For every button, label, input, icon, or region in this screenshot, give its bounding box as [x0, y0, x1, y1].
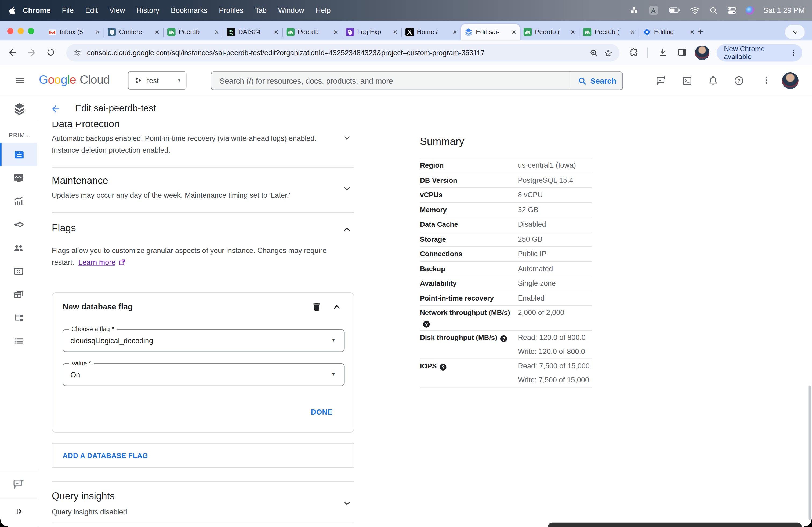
google-cloud-logo[interactable]: GoogleCloud: [39, 73, 110, 87]
close-icon[interactable]: ✕: [393, 29, 398, 35]
stage-manager-icon[interactable]: [630, 6, 639, 15]
close-icon[interactable]: ✕: [274, 29, 279, 35]
cloud-search-input[interactable]: [211, 76, 570, 85]
help-icon[interactable]: ?: [733, 75, 744, 86]
close-icon[interactable]: ✕: [511, 29, 516, 35]
collapse-panel-icon[interactable]: [13, 506, 24, 516]
zoom-icon[interactable]: [589, 48, 599, 58]
close-icon[interactable]: ✕: [95, 29, 100, 35]
cloud-shell-icon[interactable]: [682, 75, 693, 86]
account-avatar[interactable]: [782, 73, 799, 89]
sidebar-item-users[interactable]: [0, 236, 37, 259]
bookmark-star-icon[interactable]: [603, 48, 613, 58]
wifi-icon[interactable]: [690, 5, 700, 16]
reload-button[interactable]: [46, 47, 56, 57]
back-arrow-button[interactable]: [50, 104, 61, 114]
menu-edit[interactable]: Edit: [79, 6, 104, 15]
menu-tab[interactable]: Tab: [249, 6, 273, 15]
sidebar-item-query-insights[interactable]: [0, 190, 37, 213]
expand-data-protection-icon[interactable]: [342, 133, 352, 143]
sidebar-item-replicas[interactable]: [0, 306, 37, 329]
sidebar-item-connections[interactable]: [0, 213, 37, 236]
tab-home[interactable]: Home /✕: [402, 24, 461, 41]
close-icon[interactable]: ✕: [570, 29, 576, 35]
tab-inbox-5[interactable]: Inbox (5✕: [45, 24, 104, 41]
learn-more-link[interactable]: Learn more: [78, 258, 115, 266]
tab-peerdb[interactable]: Peerdb (✕: [579, 24, 639, 41]
menu-profiles[interactable]: Profiles: [213, 6, 249, 15]
site-settings-icon[interactable]: [73, 48, 82, 57]
browser-menu-icon[interactable]: [789, 48, 798, 57]
tab-edit-sai[interactable]: Edit sai-✕: [461, 24, 520, 41]
tab-confere[interactable]: Confere✕: [104, 24, 163, 41]
tab-dais24[interactable]: DAISDAIS24✕: [223, 24, 282, 41]
browser-profile-avatar[interactable]: [695, 46, 709, 60]
tab-log-exp[interactable]: Log Exp✕: [342, 24, 402, 41]
add-database-flag-button[interactable]: ADD A DATABASE FLAG: [52, 443, 354, 468]
back-button[interactable]: [7, 47, 18, 58]
close-icon[interactable]: ✕: [690, 29, 694, 35]
address-bar[interactable]: console.cloud.google.com/sql/instances/s…: [66, 44, 620, 62]
project-selector[interactable]: test ▼: [128, 71, 186, 89]
menu-history[interactable]: History: [131, 6, 165, 15]
expand-query-insights-icon[interactable]: [342, 498, 352, 508]
help-icon[interactable]: ?: [440, 364, 447, 371]
apple-icon[interactable]: [8, 5, 17, 15]
battery-icon[interactable]: [668, 4, 681, 16]
menu-file[interactable]: File: [56, 6, 79, 15]
scrollbar-thumb[interactable]: [808, 386, 811, 520]
collapse-flag-card-icon[interactable]: [332, 302, 342, 312]
tab-peerdb[interactable]: Peerdb✕: [163, 24, 222, 41]
app-icon[interactable]: [648, 4, 659, 16]
new-tab-button[interactable]: +: [698, 25, 703, 39]
notifications-bell-icon[interactable]: [707, 75, 719, 86]
sidebar-item-system-insights[interactable]: [0, 166, 37, 190]
close-icon[interactable]: ✕: [155, 29, 160, 35]
navigation-menu-icon[interactable]: [14, 75, 25, 86]
menu-help[interactable]: Help: [310, 6, 336, 15]
extensions-icon[interactable]: [628, 47, 639, 57]
sidebar-item-overview[interactable]: [0, 143, 37, 166]
siri-icon[interactable]: [746, 6, 755, 15]
choose-flag-select[interactable]: Choose a flag * cloudsql.logical_decodin…: [62, 329, 344, 352]
menu-chrome[interactable]: Chrome: [17, 6, 56, 15]
sidebar-item-backups[interactable]: [0, 283, 37, 306]
flag-value-select[interactable]: Value * On ▼: [62, 363, 344, 386]
sidebar-item-operations[interactable]: [0, 329, 37, 352]
help-icon[interactable]: ?: [423, 321, 430, 327]
close-icon[interactable]: ✕: [630, 29, 635, 35]
tab-peerdb[interactable]: Peerdb (✕: [520, 24, 579, 41]
tab-search-button[interactable]: [785, 25, 805, 40]
done-button[interactable]: DONE: [311, 408, 332, 416]
more-options-icon[interactable]: [761, 75, 772, 86]
close-icon[interactable]: ✕: [214, 29, 219, 35]
close-window-button[interactable]: [7, 28, 13, 34]
delete-flag-icon[interactable]: [311, 301, 322, 312]
spotlight-search-icon[interactable]: [709, 6, 719, 15]
expand-maintenance-icon[interactable]: [342, 183, 352, 194]
tab-peerdb[interactable]: Peerdb✕: [283, 24, 342, 41]
control-center-icon[interactable]: [727, 5, 737, 15]
forward-button[interactable]: [26, 47, 37, 58]
download-icon[interactable]: [657, 47, 668, 57]
menubar-clock[interactable]: Sat 1:29 PM: [764, 6, 805, 15]
close-icon[interactable]: ✕: [334, 29, 338, 35]
url-text[interactable]: console.cloud.google.com/sql/instances/s…: [87, 48, 584, 57]
help-icon[interactable]: ?: [500, 335, 507, 342]
side-panel-icon[interactable]: [677, 47, 687, 57]
search-button[interactable]: Search: [570, 72, 622, 90]
sidebar-item-databases[interactable]: [0, 259, 37, 283]
update-chrome-button[interactable]: New Chrome available: [717, 44, 802, 62]
menu-view[interactable]: View: [104, 6, 131, 15]
cloud-search-bar[interactable]: Search: [211, 71, 623, 90]
close-icon[interactable]: ✕: [452, 29, 457, 35]
minimize-window-button[interactable]: [18, 28, 24, 34]
external-link-icon[interactable]: [119, 258, 126, 266]
tab-editing[interactable]: Editing✕: [639, 24, 698, 41]
zoom-window-button[interactable]: [28, 28, 34, 34]
sidebar-release-notes-icon[interactable]: [12, 478, 25, 490]
release-notes-icon[interactable]: [656, 75, 667, 86]
menu-window[interactable]: Window: [273, 6, 310, 15]
menu-bookmarks[interactable]: Bookmarks: [165, 6, 213, 15]
collapse-flags-icon[interactable]: [342, 225, 352, 235]
